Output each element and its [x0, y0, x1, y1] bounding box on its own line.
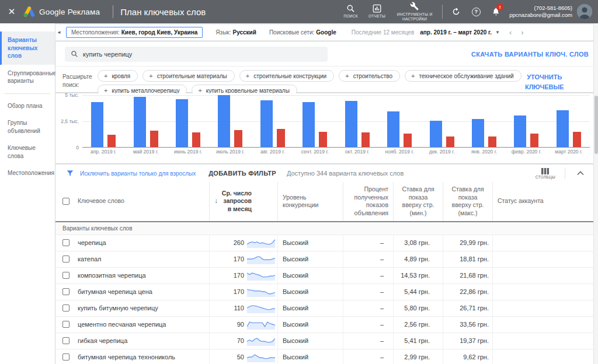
- keyword-chip[interactable]: +строительные материалы: [142, 70, 235, 82]
- chart-x-tick: май 2019 г.: [124, 149, 166, 155]
- date-range-selector[interactable]: апр. 2019 г. – март 2020 г.: [420, 29, 492, 36]
- row-checkbox[interactable]: [62, 337, 69, 344]
- table-row: битумная черепица технониколь50Высокий–2…: [55, 349, 598, 364]
- prev-period-icon[interactable]: ‹: [509, 29, 512, 36]
- impression-share-cell: –: [343, 317, 393, 332]
- row-checkbox[interactable]: [62, 321, 69, 328]
- avg-searches-value: 260: [234, 239, 244, 246]
- bid-low-cell: 4,89 грн.: [393, 251, 443, 267]
- download-keyword-ideas-link[interactable]: СКАЧАТЬ ВАРИАНТЫ КЛЮЧ. СЛОВ: [471, 51, 589, 58]
- account-status-cell: [492, 333, 598, 349]
- trend-sparkline: [247, 237, 275, 248]
- bid-low-cell: 5,44 грн.: [393, 284, 443, 300]
- close-icon[interactable]: ✕: [0, 6, 23, 17]
- impression-share-cell: –: [343, 268, 393, 284]
- table-row: битумная черепица цена170Высокий–5,44 гр…: [55, 284, 598, 300]
- keyword-plan-app: ✕ Google Реклама План ключевых слов ПОИС…: [0, 0, 598, 364]
- chart-x-axis: апр. 2019 г.май 2019 г.июнь 2019 г.июль …: [82, 148, 590, 156]
- next-period-icon[interactable]: ›: [521, 29, 523, 36]
- wrench-icon: [410, 2, 419, 11]
- networks-setting[interactable]: Поисковые сети: Google: [269, 29, 336, 36]
- exclude-adult-ideas-link[interactable]: Исключить варианты только для взрослых: [80, 170, 196, 177]
- header-impression-share[interactable]: Процент полученных показов объявления: [343, 182, 393, 221]
- sidebar-item-ad-groups[interactable]: Группы объявлений: [0, 114, 55, 139]
- tools-nav-button[interactable]: ИНСТРУМЕНТЫ И НАСТРОЙКИ: [391, 0, 439, 23]
- keyword-chip[interactable]: +строительные конструкции: [239, 70, 334, 82]
- header-account-status[interactable]: Статус аккаунта: [492, 182, 598, 221]
- reports-nav-button[interactable]: ОТЧЕТЫ: [363, 0, 391, 23]
- header-avg-searches[interactable]: ↓ Ср. число запросов в месяц: [209, 182, 277, 221]
- avatar[interactable]: [577, 4, 592, 19]
- chart-bar-group: [420, 95, 463, 147]
- plan-settings-bar: ◄ Местоположения: Киев, город Киев, Укра…: [55, 24, 598, 41]
- sidebar-item-plan-overview[interactable]: Обзор плана: [0, 97, 55, 115]
- account-info[interactable]: (702-581-8605) ppcnazabore@gmail.com: [509, 5, 572, 19]
- select-all-checkbox[interactable]: [62, 198, 69, 205]
- keyword-chip[interactable]: +строительство: [339, 70, 400, 82]
- chart-plot-area: [82, 95, 590, 148]
- chart-bar-series-red: [404, 134, 412, 147]
- sidebar-item-keywords[interactable]: Ключевые слова: [0, 139, 55, 164]
- row-checkbox[interactable]: [62, 256, 69, 262]
- bid-high-cell: 9,62 грн.: [443, 349, 492, 364]
- keyword-chip[interactable]: +техническое обслуживание зданий: [405, 70, 521, 82]
- notifications-button[interactable]: !: [486, 0, 506, 23]
- collapse-table-button[interactable]: [569, 171, 592, 176]
- avg-searches-value: 170: [234, 288, 244, 295]
- sidebar-item-keyword-ideas[interactable]: Варианты ключевых слов: [0, 32, 55, 65]
- keyword-cell: цементно песчаная черепица: [78, 321, 166, 328]
- header-bid-low[interactable]: Ставка для показа вверху стр. (мин.): [393, 182, 443, 221]
- competition-cell: Высокий: [277, 251, 343, 267]
- keyword-search-input[interactable]: купить черепицу: [65, 47, 328, 62]
- chart-bar-group: [378, 95, 420, 147]
- search-nav-button[interactable]: ПОИСК: [339, 0, 363, 23]
- scrollbar-thumb[interactable]: [594, 96, 598, 154]
- chart-bar-group: [82, 95, 124, 147]
- header-bid-high[interactable]: Ставка для показа вверху стр. (макс.): [443, 182, 492, 221]
- trend-sparkline: [247, 352, 275, 362]
- chevron-down-icon[interactable]: ▼: [495, 30, 500, 35]
- language-setting[interactable]: Язык: Русский: [215, 29, 256, 36]
- keyword-cell: битумная черепица технониколь: [78, 354, 175, 360]
- chart-bar-series-red: [488, 136, 496, 147]
- sidebar-item-grouped-ideas[interactable]: Сгруппированные варианты: [0, 65, 55, 90]
- row-checkbox[interactable]: [62, 239, 69, 246]
- collapse-left-icon[interactable]: ◄: [57, 30, 61, 35]
- sidebar-item-locations[interactable]: Местоположения: [0, 164, 55, 182]
- row-checkbox[interactable]: [62, 288, 69, 295]
- bid-low-cell: 2,99 грн.: [393, 349, 443, 364]
- sidebar-divider: [5, 93, 50, 94]
- available-ideas-count: Доступно 344 варианта ключевых слов: [287, 170, 404, 177]
- table-row: черепица260Высокий–3,08 грн.29,99 грн.: [55, 235, 598, 251]
- competition-cell: Высокий: [277, 333, 343, 349]
- account-status-cell: [492, 349, 598, 364]
- chart-x-tick: нояб. 2019 г.: [378, 149, 420, 155]
- account-status-cell: [492, 317, 598, 332]
- header-keyword: Ключевое слово: [55, 182, 209, 221]
- add-filter-button[interactable]: ДОБАВИТЬ ФИЛЬТР: [208, 170, 276, 177]
- row-checkbox[interactable]: [62, 272, 69, 279]
- locations-setting[interactable]: Местоположения: Киев, город Киев, Украин…: [66, 27, 203, 38]
- chip-row: +кровля+строительные материалы+строитель…: [98, 70, 521, 82]
- chart-bar-group: [505, 95, 547, 147]
- chart-x-tick: сент. 2019 г.: [294, 149, 336, 155]
- account-status-cell: [492, 251, 598, 267]
- filter-icon[interactable]: [66, 169, 74, 177]
- plus-icon: +: [246, 72, 249, 79]
- help-button[interactable]: ?: [466, 0, 486, 23]
- competition-cell: Высокий: [277, 317, 343, 332]
- row-checkbox[interactable]: [62, 304, 69, 312]
- row-checkbox[interactable]: [62, 354, 69, 360]
- keyword-chip[interactable]: +кровля: [98, 70, 138, 82]
- chart-plot: апр. 2019 г.май 2019 г.июнь 2019 г.июль …: [82, 95, 590, 156]
- search-query: купить черепицу: [83, 51, 132, 58]
- competition-cell: Высокий: [277, 300, 343, 316]
- chart-bar-group: [548, 95, 590, 147]
- columns-button[interactable]: СТОЛБЦЫ: [530, 168, 561, 179]
- keyword-ideas-table-card: Исключить варианты только для взрослых Д…: [55, 164, 598, 364]
- table-row: катепал170Высокий–4,89 грн.18,81 грн.: [55, 251, 598, 268]
- chart-bar-series-blue: [303, 102, 315, 147]
- refresh-button[interactable]: [446, 0, 466, 23]
- header-competition[interactable]: Уровень конкуренции: [277, 182, 343, 221]
- page-scrollbar[interactable]: [593, 23, 598, 364]
